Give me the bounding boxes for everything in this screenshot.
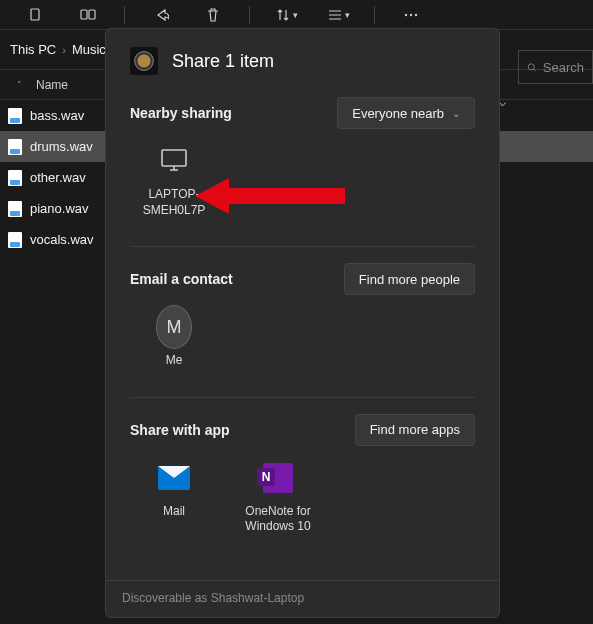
divider bbox=[130, 397, 475, 398]
mail-icon bbox=[156, 460, 192, 496]
share-footer: Discoverable as Shashwat-Laptop bbox=[106, 580, 499, 617]
share-title: Share 1 item bbox=[172, 51, 274, 72]
svg-rect-7 bbox=[162, 150, 186, 166]
nearby-device-name: LAPTOP-SMEH0L7P bbox=[134, 187, 214, 218]
share-panel: Share 1 item Nearby sharing Everyone nea… bbox=[105, 28, 500, 618]
avatar-icon: M bbox=[156, 309, 192, 345]
nearby-section: Nearby sharing Everyone nearb ⌄ LAPTOP-S… bbox=[106, 85, 499, 242]
email-title: Email a contact bbox=[130, 271, 233, 287]
toolbar: ▾ ▾ bbox=[0, 0, 593, 30]
chevron-right-icon: › bbox=[62, 44, 66, 56]
svg-rect-2 bbox=[89, 10, 95, 19]
app-onenote[interactable]: N OneNote for Windows 10 bbox=[238, 460, 318, 535]
more-icon[interactable] bbox=[395, 4, 427, 26]
nearby-title: Nearby sharing bbox=[130, 105, 232, 121]
toolbar-separator bbox=[249, 6, 250, 24]
search-icon bbox=[527, 61, 537, 74]
audio-file-icon bbox=[8, 170, 22, 186]
divider bbox=[130, 246, 475, 247]
nearby-scope-dropdown[interactable]: Everyone nearb ⌄ bbox=[337, 97, 475, 129]
audio-file-icon bbox=[8, 201, 22, 217]
svg-point-6 bbox=[528, 63, 534, 69]
column-name-label: Name bbox=[36, 78, 68, 92]
contact-name: Me bbox=[166, 353, 183, 369]
delete-icon[interactable] bbox=[197, 4, 229, 26]
sort-icon[interactable]: ▾ bbox=[270, 4, 302, 26]
share-icon[interactable] bbox=[145, 4, 177, 26]
share-item-icon bbox=[130, 47, 158, 75]
sort-indicator-icon: ˅ bbox=[12, 78, 26, 92]
apps-section: Share with app Find more apps Mail N One… bbox=[106, 402, 499, 559]
audio-file-icon bbox=[8, 232, 22, 248]
app-label: OneNote for Windows 10 bbox=[238, 504, 318, 535]
share-header: Share 1 item bbox=[106, 29, 499, 85]
svg-point-4 bbox=[410, 13, 412, 15]
svg-rect-0 bbox=[31, 9, 39, 20]
apps-title: Share with app bbox=[130, 422, 230, 438]
toolbar-separator bbox=[374, 6, 375, 24]
find-people-button[interactable]: Find more people bbox=[344, 263, 475, 295]
file-name: bass.wav bbox=[30, 108, 84, 123]
search-placeholder: Search bbox=[543, 60, 584, 75]
app-label: Mail bbox=[163, 504, 185, 520]
toolbar-separator bbox=[124, 6, 125, 24]
nearby-device[interactable]: LAPTOP-SMEH0L7P bbox=[134, 143, 214, 218]
chevron-down-icon: ⌄ bbox=[452, 108, 460, 119]
contact-me[interactable]: M Me bbox=[134, 309, 214, 369]
search-input[interactable]: Search bbox=[518, 50, 593, 84]
app-mail[interactable]: Mail bbox=[134, 460, 214, 535]
audio-file-icon bbox=[8, 139, 22, 155]
breadcrumb-item[interactable]: This PC bbox=[10, 42, 56, 57]
file-name: other.wav bbox=[30, 170, 86, 185]
svg-point-3 bbox=[405, 13, 407, 15]
find-apps-button[interactable]: Find more apps bbox=[355, 414, 475, 446]
email-section: Email a contact Find more people M Me bbox=[106, 251, 499, 393]
copy-icon[interactable] bbox=[20, 4, 52, 26]
onenote-icon: N bbox=[260, 460, 296, 496]
view-icon[interactable]: ▾ bbox=[322, 4, 354, 26]
svg-rect-1 bbox=[81, 10, 87, 19]
nearby-scope-label: Everyone nearb bbox=[352, 106, 444, 121]
breadcrumb-item[interactable]: Music bbox=[72, 42, 106, 57]
column-chevron-icon: ⌵ bbox=[499, 95, 519, 115]
file-name: drums.wav bbox=[30, 139, 93, 154]
audio-file-icon bbox=[8, 108, 22, 124]
computer-icon bbox=[156, 143, 192, 179]
file-name: vocals.wav bbox=[30, 232, 94, 247]
svg-point-5 bbox=[415, 13, 417, 15]
file-name: piano.wav bbox=[30, 201, 89, 216]
clone-icon[interactable] bbox=[72, 4, 104, 26]
